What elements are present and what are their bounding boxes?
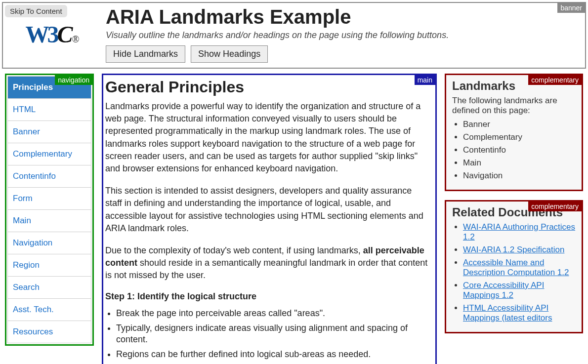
step-1-heading: Step 1: Identify the logical structure — [105, 291, 430, 302]
nav-item-asst-tech-[interactable]: Asst. Tech. — [8, 299, 91, 321]
nav-li: Region — [7, 254, 91, 277]
nav-item-region[interactable]: Region — [8, 254, 91, 276]
nav-li: HTML — [7, 99, 91, 121]
main-region: main General Principles Landmarks provid… — [102, 74, 437, 364]
step-item: Regions can be further defined into logi… — [116, 349, 430, 360]
navigation-landmark-label: navigation — [55, 75, 92, 85]
nav-item-complementary[interactable]: Complementary — [8, 143, 91, 165]
related-doc-item: Accessible Name and Description Computat… — [463, 258, 576, 278]
related-doc-link[interactable]: WAI-ARIA Authoring Practices 1.2 — [463, 222, 575, 242]
complementary-landmark-label-2: complementary — [528, 202, 582, 211]
related-doc-link[interactable]: WAI-ARIA 1.2 Specification — [463, 245, 564, 254]
show-headings-button[interactable]: Show Headings — [191, 45, 268, 63]
nav-item-banner[interactable]: Banner — [8, 121, 91, 143]
landmark-item: Navigation — [463, 171, 576, 181]
related-doc-link[interactable]: Accessible Name and Description Computat… — [463, 258, 569, 277]
main-paragraph-3: Due to the complexity of today's web con… — [105, 244, 430, 282]
related-doc-item: Core Accessibility API Mappings 1.2 — [463, 281, 576, 300]
nav-li: Navigation — [7, 232, 91, 254]
landmarks-intro: The following landmarks are defined on t… — [452, 96, 576, 116]
nav-item-main[interactable]: Main — [8, 210, 91, 232]
page-subtitle: Visually outline the landmarks and/or he… — [106, 30, 449, 40]
landmark-item: Banner — [463, 120, 576, 129]
landmark-item: Complementary — [463, 132, 576, 142]
related-doc-item: WAI-ARIA Authoring Practices 1.2 — [463, 222, 576, 242]
page-title: ARIA Landmarks Example — [106, 6, 449, 28]
related-doc-item: WAI-ARIA 1.2 Specification — [463, 245, 576, 255]
step-item: Break the page into perceivable areas ca… — [116, 308, 430, 319]
nav-li: Main — [7, 210, 91, 232]
nav-item-navigation[interactable]: Navigation — [8, 232, 91, 254]
nav-item-html[interactable]: HTML — [8, 99, 91, 121]
landmarks-complementary-region: complementary Landmarks The following la… — [445, 74, 583, 191]
navigation-region: navigation PrinciplesHTMLBannerComplemen… — [5, 74, 94, 346]
skip-to-content-button[interactable]: Skip To Content — [5, 5, 67, 17]
nav-item-contentinfo[interactable]: Contentinfo — [8, 165, 91, 187]
landmark-item: Main — [463, 158, 576, 168]
nav-li: Banner — [7, 121, 91, 143]
banner-region: Skip To Content banner W3C® ARIA Landmar… — [2, 2, 586, 69]
nav-li: Search — [7, 277, 91, 299]
related-doc-link[interactable]: HTML Accessibility API Mappings (latest … — [463, 303, 552, 323]
landmark-item: Contentinfo — [463, 145, 576, 155]
related-documents-complementary-region: complementary Related Documents WAI-ARIA… — [445, 200, 583, 333]
nav-item-search[interactable]: Search — [8, 277, 91, 298]
nav-li: Complementary — [7, 143, 91, 165]
main-paragraph-2: This section is intended to assist desig… — [105, 185, 430, 235]
nav-li: Form — [7, 188, 91, 210]
main-paragraph-1: Landmarks provide a powerful way to iden… — [105, 100, 430, 175]
main-heading: General Principles — [105, 78, 430, 96]
main-landmark-label: main — [415, 75, 435, 85]
banner-landmark-label: banner — [557, 3, 585, 13]
nav-li: Contentinfo — [7, 165, 91, 188]
related-doc-link[interactable]: Core Accessibility API Mappings 1.2 — [463, 281, 544, 300]
related-doc-item: HTML Accessibility API Mappings (latest … — [463, 303, 576, 323]
nav-item-form[interactable]: Form — [8, 188, 91, 209]
complementary-landmark-label-1: complementary — [528, 75, 582, 85]
step-item: Typically, designers indicate areas visu… — [116, 323, 430, 346]
hide-landmarks-button[interactable]: Hide Landmarks — [106, 45, 185, 63]
nav-li: Asst. Tech. — [7, 299, 91, 321]
nav-li: Resources — [7, 321, 91, 343]
nav-item-resources[interactable]: Resources — [8, 321, 91, 343]
